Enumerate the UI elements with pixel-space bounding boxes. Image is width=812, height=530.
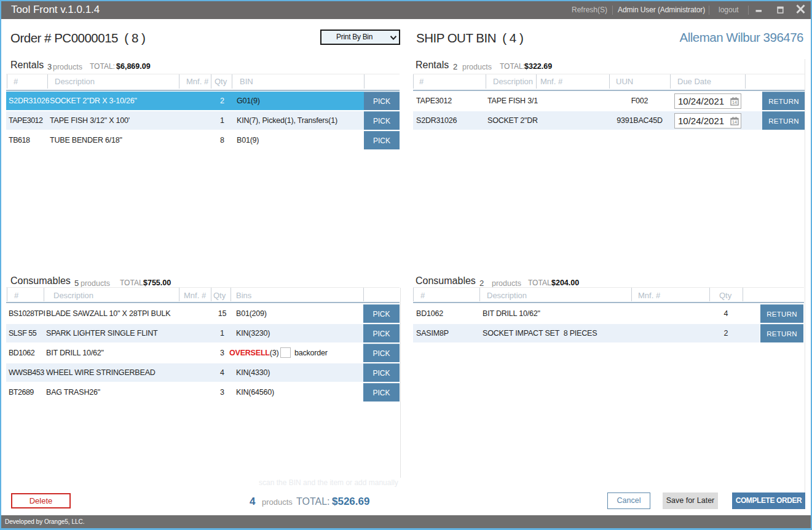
svg-text:14: 14 xyxy=(732,100,737,105)
svg-text:14: 14 xyxy=(732,120,737,124)
